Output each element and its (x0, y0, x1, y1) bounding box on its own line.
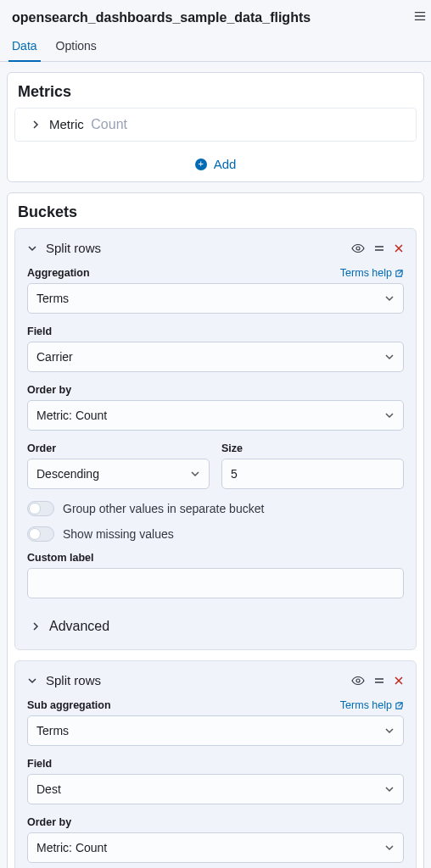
drag-handle-icon[interactable] (373, 242, 385, 254)
order-select[interactable]: Descending (27, 459, 210, 489)
svg-point-1 (356, 679, 360, 682)
bucket-title: Split rows (46, 673, 101, 687)
chevron-down-icon (27, 243, 37, 253)
field-label: Field (27, 326, 52, 337)
aggregation-select[interactable]: Terms (27, 283, 404, 314)
remove-icon[interactable] (394, 243, 404, 253)
size-input[interactable] (221, 459, 404, 489)
group-other-label: Group other values in separate bucket (63, 502, 264, 515)
group-other-toggle[interactable] (27, 501, 54, 516)
metric-item[interactable]: Metric Count (14, 108, 417, 142)
plus-circle-icon: + (195, 159, 207, 170)
buckets-panel: Buckets Split rows (7, 192, 424, 868)
orderby-select[interactable]: Metric: Count (27, 832, 404, 863)
add-label: Add (214, 157, 237, 171)
size-label: Size (221, 442, 243, 454)
eye-icon[interactable] (351, 674, 365, 687)
terms-help-text: Terms help (340, 267, 392, 279)
external-link-icon (395, 701, 404, 710)
metric-label: Metric (49, 117, 84, 131)
chevron-down-icon (27, 676, 37, 686)
bucket-card-2: Split rows Sub aggregation (14, 660, 417, 868)
remove-icon[interactable] (394, 676, 404, 686)
terms-help-link[interactable]: Terms help (340, 699, 404, 711)
metric-sublabel: Count (91, 117, 127, 131)
bucket-toggle[interactable]: Split rows (27, 241, 101, 255)
svg-point-0 (356, 247, 360, 250)
bucket-title: Split rows (46, 241, 101, 255)
add-metric-button[interactable]: + Add (195, 157, 237, 171)
custom-label-label: Custom label (27, 552, 94, 564)
orderby-label: Order by (27, 816, 71, 828)
field-label: Field (27, 758, 52, 770)
tabs: Data Options (0, 32, 431, 62)
advanced-toggle[interactable]: Advanced (27, 610, 404, 646)
chevron-right-icon (31, 120, 41, 130)
show-missing-label: Show missing values (63, 527, 174, 541)
show-missing-toggle[interactable] (27, 526, 54, 542)
orderby-select[interactable]: Metric: Count (27, 400, 404, 431)
field-select[interactable]: Dest (27, 774, 404, 804)
drag-handle-icon[interactable] (373, 675, 385, 687)
page-title: opensearch_dashboards_sample_data_flight… (0, 0, 431, 32)
field-select[interactable]: Carrier (27, 342, 404, 372)
metrics-heading: Metrics (8, 73, 423, 108)
hamburger-icon[interactable] (414, 10, 426, 22)
external-link-icon (395, 269, 404, 278)
bucket-card-1: Split rows Aggregation (14, 228, 417, 650)
subaggregation-select[interactable]: Terms (27, 715, 404, 746)
order-label: Order (27, 442, 56, 454)
eye-icon[interactable] (351, 242, 365, 255)
terms-help-link[interactable]: Terms help (340, 267, 404, 279)
aggregation-label: Aggregation (27, 267, 90, 279)
custom-label-input[interactable] (27, 568, 404, 598)
tab-data[interactable]: Data (10, 32, 39, 61)
subaggregation-label: Sub aggregation (27, 699, 111, 711)
bucket-toggle[interactable]: Split rows (27, 673, 101, 687)
metrics-panel: Metrics Metric Count + Add (7, 72, 424, 182)
advanced-label: Advanced (49, 619, 109, 634)
orderby-label: Order by (27, 384, 71, 396)
terms-help-text: Terms help (340, 699, 392, 711)
buckets-heading: Buckets (8, 193, 423, 228)
tab-options[interactable]: Options (54, 32, 98, 61)
chevron-right-icon (31, 621, 41, 632)
